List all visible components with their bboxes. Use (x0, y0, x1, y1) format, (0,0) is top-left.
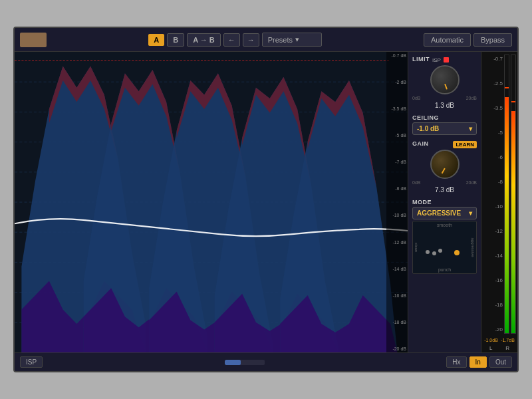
gain-knob[interactable] (430, 150, 460, 179)
mode-value: AGGRESSIVE (417, 209, 461, 217)
progress-bar (225, 360, 265, 365)
meter-fill-L (505, 97, 509, 333)
meter-value-L: -1.0dB (484, 338, 498, 342)
mode-dot-3 (438, 249, 442, 253)
mode-label: MODE (412, 199, 477, 205)
meter-label-L: L (489, 345, 492, 351)
gain-scale: 0dB 20dB (412, 180, 477, 185)
db-scale: -0.7 dB -2 dB -3.5 dB -5 dB -7 dB -8 dB … (386, 52, 408, 352)
db-label-12: -20 dB (388, 346, 406, 351)
meter-values: -1.0dB -1.7dB (481, 336, 517, 344)
gain-section: GAIN LEARN 0dB 20dB 7.3 dB (412, 140, 477, 194)
main-area: -0.7 dB -2 dB -3.5 dB -5 dB -7 dB -8 dB … (15, 52, 517, 352)
gain-value: 7.3 dB (435, 186, 454, 194)
hx-button[interactable]: Hx (446, 356, 466, 368)
btn-a[interactable]: A (148, 34, 164, 46)
limit-knob[interactable] (430, 65, 460, 94)
gain-knob-container: 0dB 20dB 7.3 dB (412, 150, 477, 194)
presets-label: Presets (268, 36, 293, 44)
db-label-8: -12 dB (388, 240, 406, 245)
ceiling-dropdown[interactable]: -1.0 dB ▾ (412, 122, 477, 135)
scale-8: -14 (483, 253, 503, 259)
isp-label: ISP (432, 57, 441, 63)
meter-labels: L R (481, 344, 517, 352)
gain-max: 20dB (466, 180, 477, 185)
top-bar: A B A → B ← → Presets ▾ Automatic Bypass (15, 28, 517, 52)
scale-1: -2.5 (483, 80, 503, 86)
plugin-window: A B A → B ← → Presets ▾ Automatic Bypass (13, 27, 519, 372)
chevron-down-icon: ▾ (295, 35, 299, 44)
scale-2: -3.5 (483, 105, 503, 111)
scale-0: -0.7 (483, 56, 503, 62)
mode-dot-active (454, 250, 460, 255)
scale-6: -10 (483, 203, 503, 209)
in-button[interactable]: In (469, 356, 487, 368)
db-label-7: -10 dB (388, 213, 406, 217)
limit-scale: 0dB 20dB (412, 96, 477, 100)
logo (20, 33, 47, 47)
punch-label: punch (438, 267, 451, 272)
limit-min: 0dB (412, 96, 420, 100)
limit-max: 20dB (466, 96, 477, 100)
ceiling-value: -1.0 dB (417, 125, 439, 132)
scale-11: -20 (483, 327, 503, 332)
btn-prev[interactable]: ← (223, 33, 240, 47)
chevron-down-icon: ▾ (469, 125, 472, 132)
bottom-bar: ISP Hx In Out (15, 352, 517, 371)
isp-indicator (444, 57, 449, 63)
presets-dropdown[interactable]: Presets ▾ (262, 33, 322, 47)
waveform-area: -0.7 dB -2 dB -3.5 dB -5 dB -7 dB -8 dB … (15, 52, 408, 352)
meters-area: -0.7 -2.5 -3.5 -5 -6 -8 -10 -12 -14 -16 … (481, 52, 517, 352)
smooth-label: smooth (437, 223, 452, 227)
meter-label-R: R (505, 345, 509, 351)
limit-value: 1.3 dB (435, 102, 454, 109)
meter-value-R: -1.7dB (501, 338, 515, 342)
db-label-11: -18 dB (388, 320, 406, 325)
mode-dropdown[interactable]: AGGRESSIVE ▾ (412, 207, 477, 219)
automatic-btn[interactable]: Automatic (424, 33, 471, 47)
meter-bar-group (504, 55, 516, 334)
ceiling-label: CEILING (412, 114, 477, 121)
peak-hold-R (511, 101, 515, 102)
limit-label: LIMIT (412, 56, 430, 63)
mode-dot-2 (432, 251, 436, 255)
right-panel: LIMIT ISP 0dB 20dB 1.3 dB CEILI (408, 52, 481, 352)
btn-b[interactable]: B (167, 33, 184, 47)
meter-scale: -0.7 -2.5 -3.5 -5 -6 -8 -10 -12 -14 -16 … (483, 55, 503, 334)
bypass-btn[interactable]: Bypass (473, 33, 512, 47)
scale-4: -6 (483, 154, 503, 160)
scale-3: -5 (483, 130, 503, 136)
scale-9: -16 (483, 277, 503, 283)
meter-bar-R (511, 55, 516, 334)
db-label-5: -7 dB (388, 160, 406, 164)
db-label-2: -2 dB (388, 80, 406, 84)
db-label-6: -8 dB (388, 186, 406, 191)
limit-knob-container: 0dB 20dB 1.3 dB (412, 65, 477, 109)
scale-7: -12 (483, 228, 503, 234)
clean-label: clean (414, 243, 418, 252)
limit-section: LIMIT ISP 0dB 20dB 1.3 dB (412, 56, 477, 109)
db-label-10: -16 dB (388, 293, 406, 298)
meter-fill-R (511, 111, 515, 333)
scale-5: -8 (483, 179, 503, 185)
mode-plot[interactable]: smooth punch clean aggressive (412, 221, 477, 274)
progress-fill (225, 360, 241, 365)
gain-label: GAIN (412, 140, 429, 147)
db-label-1: -0.7 dB (388, 53, 406, 58)
isp-button[interactable]: ISP (20, 356, 43, 368)
meters-container: -0.7 -2.5 -3.5 -5 -6 -8 -10 -12 -14 -16 … (481, 52, 517, 336)
learn-button[interactable]: LEARN (453, 141, 477, 148)
chevron-down-icon: ▾ (469, 209, 472, 217)
db-label-9: -14 dB (388, 267, 406, 271)
db-label-3: -3.5 dB (388, 106, 406, 111)
gain-min: 0dB (412, 180, 420, 185)
peak-hold-L (505, 87, 509, 88)
meter-bar-L (504, 55, 509, 334)
btn-ab[interactable]: A → B (187, 33, 221, 47)
out-button[interactable]: Out (489, 356, 512, 368)
mode-dot-1 (426, 250, 430, 254)
mode-section: MODE AGGRESSIVE ▾ smooth punch clean agg… (412, 199, 477, 274)
btn-next[interactable]: → (243, 33, 259, 47)
db-label-4: -5 dB (388, 133, 406, 138)
scale-10: -18 (483, 302, 503, 308)
